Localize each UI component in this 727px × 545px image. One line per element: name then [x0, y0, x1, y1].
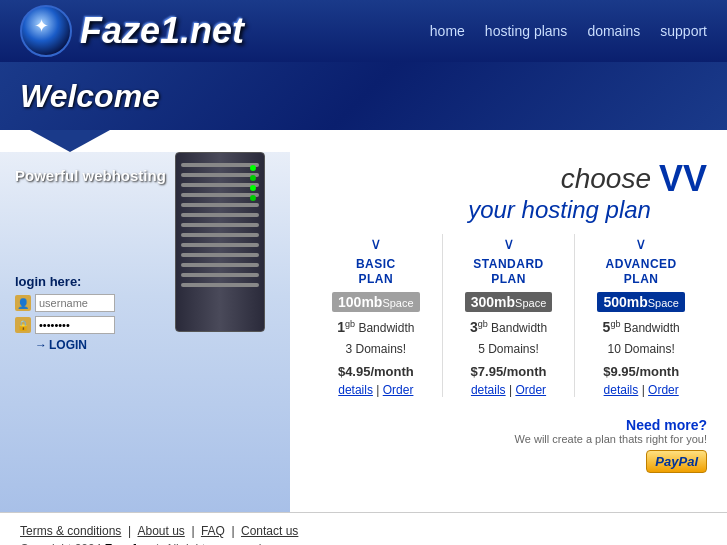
main-nav: home hosting plans domains support — [430, 23, 707, 39]
standard-price: $7.95/month — [448, 364, 570, 379]
nav-support[interactable]: support — [660, 23, 707, 39]
footer: Terms & conditions | About us | FAQ | Co… — [0, 512, 727, 545]
standard-domains: 5 Domains! — [448, 341, 570, 358]
nav-domains[interactable]: domains — [587, 23, 640, 39]
standard-plan-name: STANDARD PLAN — [448, 257, 570, 286]
username-input[interactable] — [35, 294, 115, 312]
standard-bandwidth: 3gb Bandwidth — [448, 318, 570, 338]
server-image — [160, 152, 280, 352]
plan-basic: ∨ BASIC PLAN 100mbSpace 1gb Bandwidth 3 … — [310, 234, 443, 396]
site-name: Faze1.net — [80, 10, 244, 52]
footer-about-link[interactable]: About us — [137, 524, 184, 538]
basic-plan-name: BASIC PLAN — [315, 257, 437, 286]
need-more-section: Need more? We will create a plan thats r… — [310, 409, 707, 473]
standard-links: details | Order — [448, 383, 570, 397]
plan-word: your hosting plan — [468, 196, 651, 225]
welcome-text: Welcome — [20, 78, 160, 115]
content-area: choose your hosting plan VV ∨ BASIC PLAN… — [290, 152, 727, 512]
advanced-links: details | Order — [580, 383, 702, 397]
logo-area: Faze1.net — [20, 5, 244, 57]
basic-details-link[interactable]: details — [338, 383, 373, 397]
vv-icon: VV — [659, 158, 707, 200]
server-tower — [175, 152, 265, 332]
nav-home[interactable]: home — [430, 23, 465, 39]
footer-contact-link[interactable]: Contact us — [241, 524, 298, 538]
need-more-subtitle: We will create a plan thats right for yo… — [310, 433, 707, 445]
logo-orb — [20, 5, 72, 57]
standard-space-badge: 300mbSpace — [465, 292, 553, 312]
plans-container: ∨ BASIC PLAN 100mbSpace 1gb Bandwidth 3 … — [310, 234, 707, 396]
advanced-price: $9.95/month — [580, 364, 702, 379]
sidebar: Powerful webhosting login here: 👤 🔒 → LO… — [0, 152, 290, 512]
advanced-plan-name: ADVANCED PLAN — [580, 257, 702, 286]
nav-hosting[interactable]: hosting plans — [485, 23, 568, 39]
welcome-banner: Welcome — [0, 62, 727, 130]
basic-bandwidth: 1gb Bandwidth — [315, 318, 437, 338]
welcome-pointer — [30, 130, 110, 152]
standard-arrow: ∨ — [448, 234, 570, 253]
advanced-space-badge: 500mbSpace — [597, 292, 685, 312]
plan-advanced: ∨ ADVANCED PLAN 500mbSpace 5gb Bandwidth… — [575, 234, 707, 396]
footer-links: Terms & conditions | About us | FAQ | Co… — [20, 523, 707, 538]
user-icon: 👤 — [15, 295, 31, 311]
need-more-title: Need more? — [310, 417, 707, 433]
basic-price: $4.95/month — [315, 364, 437, 379]
password-input[interactable] — [35, 316, 115, 334]
basic-arrow: ∨ — [315, 234, 437, 253]
advanced-details-link[interactable]: details — [604, 383, 639, 397]
advanced-order-link[interactable]: Order — [648, 383, 679, 397]
plan-standard: ∨ STANDARD PLAN 300mbSpace 3gb Bandwidth… — [443, 234, 576, 396]
advanced-arrow: ∨ — [580, 234, 702, 253]
standard-order-link[interactable]: Order — [515, 383, 546, 397]
basic-links: details | Order — [315, 383, 437, 397]
lock-icon: 🔒 — [15, 317, 31, 333]
choose-word: choose — [468, 162, 651, 196]
basic-order-link[interactable]: Order — [383, 383, 414, 397]
footer-faq-link[interactable]: FAQ — [201, 524, 225, 538]
footer-terms-link[interactable]: Terms & conditions — [20, 524, 121, 538]
main-content: Powerful webhosting login here: 👤 🔒 → LO… — [0, 152, 727, 512]
header: Faze1.net home hosting plans domains sup… — [0, 0, 727, 62]
basic-space-badge: 100mbSpace — [332, 292, 420, 312]
choose-title: choose your hosting plan — [468, 162, 651, 224]
advanced-domains: 10 Domains! — [580, 341, 702, 358]
paypal-button[interactable]: PayPal — [646, 450, 707, 473]
advanced-bandwidth: 5gb Bandwidth — [580, 318, 702, 338]
choose-header: choose your hosting plan VV — [310, 162, 707, 224]
basic-domains: 3 Domains! — [315, 341, 437, 358]
standard-details-link[interactable]: details — [471, 383, 506, 397]
